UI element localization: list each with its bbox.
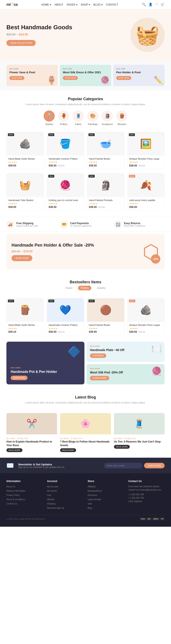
category-jewelry[interactable]: 💍 Jewelry — [44, 110, 55, 126]
blog-3-read-more-button[interactable]: READ MORE — [114, 445, 130, 449]
banner-wool-dress: Best Seller Wool Silk Dress & Offer 2021… — [60, 65, 111, 86]
blog-card-3: 🧵 By: Admin 25 May, 2121 Us Too: 6 Reaso… — [114, 413, 164, 454]
product-2-wishlist[interactable]: ♡ — [80, 133, 82, 136]
footer-link-discounts[interactable]: Discounts — [88, 494, 97, 496]
bestseller-4-price: $39.50 $45.00 — [129, 330, 163, 333]
blog-2-read-more-button[interactable]: READ MORE — [60, 448, 76, 452]
newsletter-submit-button[interactable]: SUBSCRIBE — [144, 463, 164, 468]
footer-link-boutique[interactable]: Boutique/Items — [88, 490, 102, 492]
product-6-emoji: 🧶 — [60, 180, 71, 191]
newsletter-icon: ✉️ — [6, 462, 14, 469]
blog-2-category: By: Admin — [60, 438, 69, 440]
promo-shop-button[interactable]: SHOP NOW — [12, 255, 32, 261]
payments-sub: 12 months instalments — [70, 225, 92, 227]
newsletter-email-input[interactable] — [104, 463, 142, 468]
nav-pages[interactable]: PAGES ▾ — [67, 3, 78, 6]
footer-link-my-account[interactable]: My Account — [47, 486, 58, 488]
footer-link-cart[interactable]: Cart — [47, 494, 51, 496]
product-7-image: 🗿 NEW ♡ — [87, 174, 124, 197]
product-3-wishlist[interactable]: ♡ — [120, 133, 123, 136]
nav-home[interactable]: HOME ▾ — [41, 3, 51, 6]
product-3-emoji: 🥣 — [100, 138, 112, 149]
footer-link-orders[interactable]: My Orders — [47, 490, 57, 492]
product-4-info: Antique Wooden Pano Large ★★★★★ $38.00 $… — [128, 156, 164, 169]
blog-subtitle: Lorem ipsum dolor sit amet, consectetur … — [6, 401, 164, 404]
product-card-1: 🪨 NEW ♡ Hand-Made Garlic Mortar ★★★★★ $3… — [6, 132, 44, 169]
banner-1-shop-button[interactable]: SHOP NOW — [10, 76, 24, 80]
mc-icon: MC — [147, 518, 151, 520]
banner-1-title: Flower Vase & Poot — [10, 71, 55, 74]
bestseller-2-wishlist[interactable]: ♡ — [80, 300, 82, 303]
product-7-wishlist[interactable]: ♡ — [120, 175, 123, 178]
product-5-wishlist[interactable]: ♡ — [40, 175, 42, 178]
category-sculptures[interactable]: 🗿 Sculptures — [102, 110, 113, 126]
nav-about[interactable]: ABOUT — [54, 3, 63, 6]
product-4-wishlist[interactable]: ♡ — [160, 133, 163, 136]
footer-link-privacy[interactable]: Privacy Policy — [6, 494, 20, 496]
blog-3-emoji: 🧵 — [134, 418, 144, 428]
category-wooden[interactable]: 🪵 Wooden — [116, 110, 128, 126]
bestseller-3-wishlist[interactable]: ♡ — [120, 300, 123, 303]
product-8-wishlist[interactable]: ♡ — [160, 175, 163, 178]
promo-wool-title: Wool Silk Pod -20% Off — [90, 370, 161, 374]
footer-link-delivery[interactable]: Delivery Information — [6, 490, 26, 492]
category-paintings-icon: 🎨 — [87, 110, 98, 122]
tab-pottery[interactable]: Pottery — [78, 286, 91, 290]
category-fabric[interactable]: 🧵 Fabric — [73, 110, 84, 126]
heart-icon[interactable]: ♡ — [155, 2, 158, 6]
category-pottery[interactable]: 🏺 Pottery — [58, 110, 69, 126]
features-bar: 🚚 Free Shipping Spend of $50 per order 💳… — [0, 217, 171, 232]
product-3-price: $39.50 — [89, 164, 122, 167]
nav-contact[interactable]: CONTACT — [106, 3, 118, 6]
payment-icons: VISA MC AMEX PP — [140, 518, 164, 520]
feature-payments-text: Card Payments 12 months instalments — [70, 222, 92, 227]
promo-pot-button[interactable]: SHOP NOW — [11, 376, 28, 380]
cart-icon[interactable]: 🛒 — [160, 2, 164, 6]
footer-link-about[interactable]: About Us — [6, 486, 15, 488]
hero-cta-button[interactable]: VIEW COLLECTION — [6, 40, 36, 46]
hero-price-new: $18.00 — [19, 33, 28, 36]
user-icon[interactable]: 👤 — [148, 2, 152, 6]
tab-jewelry[interactable]: Jewelry — [94, 286, 108, 290]
footer-contact-title: Contact Us — [128, 480, 164, 483]
footer-link-affiliates[interactable]: Affiliates — [88, 486, 96, 488]
footer-col-store: Store Affiliates Boutique/Items Discount… — [88, 480, 124, 510]
nav-blog[interactable]: BLOG ▾ — [94, 3, 102, 6]
returns-title: Easy Returns — [124, 222, 145, 225]
footer-link-shipping[interactable]: Shipping — [47, 502, 55, 505]
tab-fabric[interactable]: Fabric — [63, 286, 75, 290]
blog-1-read-more-button[interactable]: READ MORE — [6, 448, 22, 452]
promo-wool-button[interactable]: LEARN MORE — [90, 376, 109, 380]
bestseller-1-wishlist[interactable]: ♡ — [40, 300, 42, 303]
banner-3-badge: Best Seller — [116, 68, 162, 70]
banner-3-shop-button[interactable]: SHOP NOW — [116, 76, 131, 80]
hero-image: 🧺 — [130, 18, 164, 52]
bestseller-4-stars: ★★★★★ — [129, 327, 163, 330]
product-5-stars: ★★★★★ — [8, 202, 42, 205]
bestseller-4-wishlist[interactable]: ♡ — [160, 300, 163, 303]
promo-plate-button[interactable]: CONTINUE — [90, 354, 106, 358]
footer-link-arrivals[interactable]: Latest Arrivals — [88, 498, 101, 501]
logo[interactable]: mi♡ca — [6, 2, 18, 7]
newsletter-text: Newsletter & Get Updates Sign up for our… — [18, 463, 64, 468]
bestsellers-products: 🪵 NEW ♡ Hand-Made Garlic Mortar ★★★★★ $3… — [0, 298, 171, 340]
bestseller-1-info: Hand-Made Garlic Mortar ★★★★★ $39.10 — [7, 322, 44, 335]
footer-link-merchant[interactable]: Merchant Sign Up — [47, 507, 64, 509]
paypal-icon: PP — [160, 518, 164, 520]
product-1-wishlist[interactable]: ♡ — [40, 133, 42, 136]
footer-link-contact[interactable]: Contact Us — [6, 502, 17, 505]
bestseller-2-price: $38.50 $45.00 — [49, 330, 82, 333]
footer-link-terms[interactable]: Terms & Conditions — [6, 498, 25, 501]
nav-shop[interactable]: SHOP ▾ — [81, 3, 90, 6]
product-6-wishlist[interactable]: ♡ — [80, 175, 82, 178]
category-paintings[interactable]: 🎨 Paintings — [87, 110, 98, 126]
footer-link-sale[interactable]: Sale — [88, 502, 92, 505]
footer-link-blog[interactable]: Blog — [88, 507, 92, 509]
category-jewelry-icon: 💍 — [44, 110, 55, 122]
bestsellers-tabs: Fabric Pottery Jewelry — [6, 286, 164, 290]
search-icon[interactable]: 🔍 — [142, 2, 146, 6]
blog-3-image: 🧵 — [114, 413, 164, 434]
bestseller-2-info: Handmade Ceramic Pottery ★★★★★ $38.50 $4… — [47, 322, 84, 335]
banner-2-shop-button[interactable]: SHOP NOW — [63, 76, 78, 80]
footer-link-wishlist[interactable]: Wishlist — [47, 498, 54, 501]
